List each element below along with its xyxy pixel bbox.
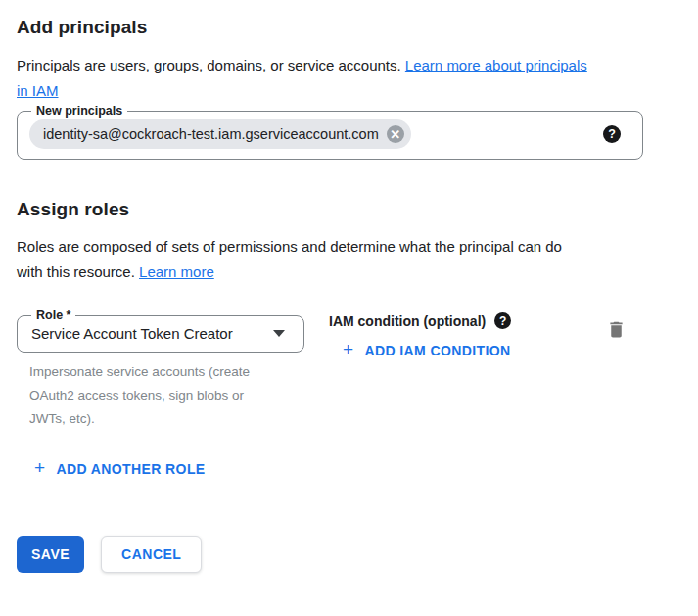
principals-chip-row: identity-sa@cockroach-test.iam.gservicea… — [29, 119, 630, 149]
trash-icon — [606, 328, 627, 343]
roles-learn-more-link[interactable]: Learn more — [139, 263, 214, 280]
roles-description: Roles are composed of sets of permission… — [17, 234, 682, 285]
role-row: Role * Service Account Token Creator Imp… — [17, 308, 644, 431]
save-button[interactable]: SAVE — [17, 536, 84, 573]
new-principals-field[interactable]: New principals identity-sa@cockroach-tes… — [17, 104, 643, 160]
assign-roles-heading: Assign roles — [17, 199, 698, 220]
role-selected-value: Service Account Token Creator — [31, 325, 233, 342]
intro-text-body: Principals are users, groups, domains, o… — [17, 57, 405, 73]
chevron-down-icon — [273, 330, 285, 337]
role-label: Role * — [31, 308, 75, 322]
add-another-role-button[interactable]: + ADD ANOTHER ROLE — [34, 460, 206, 477]
plus-icon: + — [343, 340, 354, 358]
cancel-button[interactable]: CANCEL — [101, 536, 202, 573]
plus-icon: + — [34, 458, 46, 477]
add-iam-condition-button[interactable]: + ADD IAM CONDITION — [343, 342, 511, 358]
role-select-value-row[interactable]: Service Account Token Creator — [29, 322, 292, 342]
role-helper-text: Impersonate service accounts (createOAut… — [29, 360, 303, 431]
remove-principal-icon[interactable]: ✕ — [387, 125, 404, 143]
role-select[interactable]: Role * Service Account Token Creator — [17, 308, 304, 353]
iam-condition-help-icon[interactable]: ? — [494, 312, 511, 329]
iam-condition-label: IAM condition (optional) — [329, 313, 486, 329]
delete-role-button[interactable] — [604, 317, 628, 345]
add-principals-panel: Add principals Principals are users, gro… — [0, 0, 698, 573]
new-principals-label: New principals — [31, 104, 127, 118]
principals-help-icon[interactable]: ? — [603, 125, 621, 143]
iam-condition-label-row: IAM condition (optional) ? — [329, 312, 511, 329]
role-column: Role * Service Account Token Creator Imp… — [17, 308, 304, 431]
action-buttons-row: SAVE CANCEL — [17, 536, 698, 573]
page-title: Add principals — [17, 17, 698, 38]
intro-text: Principals are users, groups, domains, o… — [17, 53, 663, 104]
principal-chip: identity-sa@cockroach-test.iam.gservicea… — [29, 119, 411, 149]
principal-chip-value: identity-sa@cockroach-test.iam.gservicea… — [43, 126, 379, 142]
iam-condition-column: IAM condition (optional) ? + ADD IAM CON… — [329, 308, 511, 359]
